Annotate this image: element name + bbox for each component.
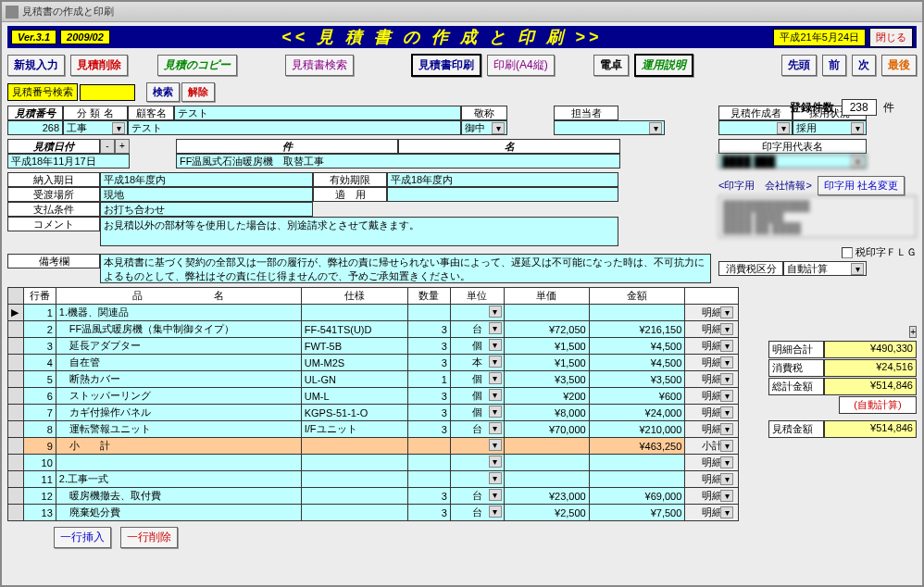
search-row: 見積番号検索 検索 解除: [7, 82, 917, 102]
register-count: 登録件数 238 件: [790, 100, 894, 116]
table-row[interactable]: 3 延長アダプターFWT-5B3個¥1,500¥4,500明細: [8, 338, 739, 355]
search-input[interactable]: [80, 84, 135, 101]
insert-row-button[interactable]: 一行挿入: [54, 527, 111, 548]
subtotal-label: 明細合計: [768, 341, 824, 358]
search-label: 見積番号検索: [7, 83, 78, 101]
delivery-field[interactable]: 平成18年度内: [100, 172, 313, 187]
subject-field[interactable]: FF温風式石油暖房機 取替工事: [176, 154, 620, 169]
total-label: 総計金額: [768, 378, 824, 395]
hdr-category: 分 類 名: [63, 106, 128, 120]
search-est-button[interactable]: 見積書検索: [285, 55, 354, 76]
remarks-field[interactable]: 本見積書に基づく契約の全部又は一部の履行が、弊社の責に帰せられない事由によって、…: [100, 254, 711, 283]
estdate-field[interactable]: 平成18年11月17日: [7, 154, 130, 169]
date-plus[interactable]: +: [115, 139, 130, 154]
estno-field[interactable]: 268: [7, 120, 63, 135]
titleh-field[interactable]: 御中: [461, 120, 507, 135]
checkbox-icon[interactable]: [842, 247, 853, 258]
app-window: 見積書の作成と印刷 Ver.3.1 2009/02 << 見 積 書 の 作 成…: [0, 0, 924, 587]
tax-flg-check[interactable]: 税印字ＦＬＧ: [718, 245, 917, 259]
calc-button[interactable]: 電卓: [593, 55, 629, 76]
toolbar: 新規入力 見積削除 見積のコピー 見積書検索 見積書印刷 印刷(A4縦) 電卓 …: [7, 54, 917, 77]
company-change-button[interactable]: 印字用 社名変更: [818, 176, 905, 195]
payment-field[interactable]: お打ち合わせ: [100, 202, 313, 217]
col-unit: 単位: [450, 288, 504, 305]
table-row[interactable]: 8 運転警報ユニットI/Fユニット3台¥70,000¥210,000明細: [8, 421, 739, 438]
search-clear-button[interactable]: 解除: [181, 82, 215, 102]
prev-button[interactable]: 前: [822, 55, 846, 76]
customer-field[interactable]: テスト: [174, 106, 461, 120]
hdr-titleh: 敬称: [461, 106, 507, 120]
manual-button[interactable]: 運用説明: [634, 54, 693, 77]
comment-field[interactable]: お見積以外の部材等を使用した場合は、別途請求とさせて戴きます。: [100, 217, 618, 246]
print-a4-button[interactable]: 印刷(A4縦): [487, 55, 555, 76]
close-button[interactable]: 閉じる: [869, 28, 913, 47]
subtotal-value: ¥490,330: [824, 341, 917, 358]
items-table: 行番 品 名 仕様 数量 単位 単価 金額 ▶11.機器、関連品明細2 FF温風…: [7, 287, 739, 521]
delete-button[interactable]: 見積削除: [70, 55, 128, 76]
version-date: 2009/02: [60, 30, 110, 44]
hdr-author: 見積作成者: [718, 106, 793, 120]
table-row[interactable]: 6 ストッパーリングUM-L3個¥200¥600明細: [8, 388, 739, 405]
tax-label: 消費税: [768, 359, 824, 377]
hdr-estno: 見積番号: [7, 106, 63, 120]
apply-field[interactable]: [387, 187, 618, 202]
company-info-label: <印字用 会社情報>: [718, 179, 812, 193]
hdr-valid: 有効期限: [313, 172, 387, 187]
count-value: 238: [842, 99, 877, 116]
table-row[interactable]: 7 カギ付操作パネルKGPS-51-1-O3個¥8,000¥24,000明細: [8, 405, 739, 421]
table-row[interactable]: 9 小 計¥463,250小計: [8, 438, 739, 455]
hdr-person: 担当者: [554, 106, 618, 120]
titlebar: 見積書の作成と印刷: [2, 2, 922, 22]
search-go-button[interactable]: 検索: [146, 82, 180, 102]
table-row[interactable]: 4 自在管UM-M2S3本¥1,500¥4,500明細: [8, 355, 739, 371]
table-row[interactable]: 112.工事一式明細: [8, 471, 739, 488]
hdr-payment: 支払条件: [7, 202, 100, 217]
category-field[interactable]: 工事: [63, 120, 128, 135]
last-button[interactable]: 最後: [881, 55, 917, 76]
hdr-apply: 適 用: [313, 187, 387, 202]
person-field[interactable]: [554, 120, 665, 135]
auto-calc-label: (自動計算): [839, 396, 917, 414]
copy-button[interactable]: 見積のコピー: [157, 55, 237, 76]
table-row[interactable]: ▶11.機器、関連品明細: [8, 305, 739, 321]
col-price: 単価: [504, 288, 589, 305]
date-minus[interactable]: -: [100, 139, 115, 154]
hdr-subject: 件: [176, 139, 398, 154]
author-field[interactable]: [718, 120, 793, 135]
col-qty: 数量: [407, 288, 450, 305]
app-icon: [6, 6, 19, 19]
app-title: << 見 積 書 の 作 成 と 印 刷 >>: [110, 26, 774, 48]
table-row[interactable]: 13 廃棄処分費3台¥2,500¥7,500明細: [8, 505, 739, 521]
delete-row-button[interactable]: 一行削除: [120, 527, 178, 548]
version-label: Ver.3.1: [11, 30, 56, 44]
printname-field[interactable]: ████ ███: [718, 154, 867, 169]
today-date: 平成21年5月24日: [773, 29, 866, 46]
tax-class-field[interactable]: 自動計算: [783, 261, 867, 276]
place-field[interactable]: 現地: [100, 187, 313, 202]
hdr-place: 受渡場所: [7, 187, 100, 202]
new-button[interactable]: 新規入力: [7, 55, 65, 76]
table-row[interactable]: 10明細: [8, 455, 739, 471]
first-button[interactable]: 先頭: [781, 55, 817, 76]
customer2-field[interactable]: テスト: [128, 120, 461, 135]
table-row[interactable]: 12 暖房機撤去、取付費3台¥23,000¥69,000明細: [8, 488, 739, 505]
hdr-comment: コメント: [7, 217, 100, 231]
hdr-remarks: 備考欄: [7, 254, 100, 269]
est-amount-value: ¥514,846: [824, 420, 917, 438]
window-title: 見積書の作成と印刷: [22, 5, 114, 19]
status-field[interactable]: 採用: [793, 120, 867, 135]
hdr-customer: 顧客名: [128, 106, 174, 120]
header-bar: Ver.3.1 2009/02 << 見 積 書 の 作 成 と 印 刷 >> …: [7, 26, 917, 48]
tax-class-label: 消費税区分: [718, 261, 783, 276]
hdr-estdate: 見積日付: [7, 139, 100, 154]
totals-plus[interactable]: +: [909, 326, 917, 338]
est-amount-label: 見積金額: [768, 420, 824, 438]
table-row[interactable]: 5 断熱カバーUL-GN1個¥3,500¥3,500明細: [8, 371, 739, 388]
valid-field[interactable]: 平成18年度内: [387, 172, 618, 187]
col-spec: 仕様: [301, 288, 407, 305]
hdr-name: 名: [398, 139, 620, 154]
totals-panel: + 明細合計¥490,330 消費税¥24,516 総計金額¥514,846 (…: [768, 326, 917, 439]
print-est-button[interactable]: 見積書印刷: [411, 54, 481, 77]
next-button[interactable]: 次: [852, 55, 876, 76]
table-row[interactable]: 2 FF温風式暖房機（集中制御タイプ）FF-541TS(U)D3台¥72,050…: [8, 321, 739, 338]
